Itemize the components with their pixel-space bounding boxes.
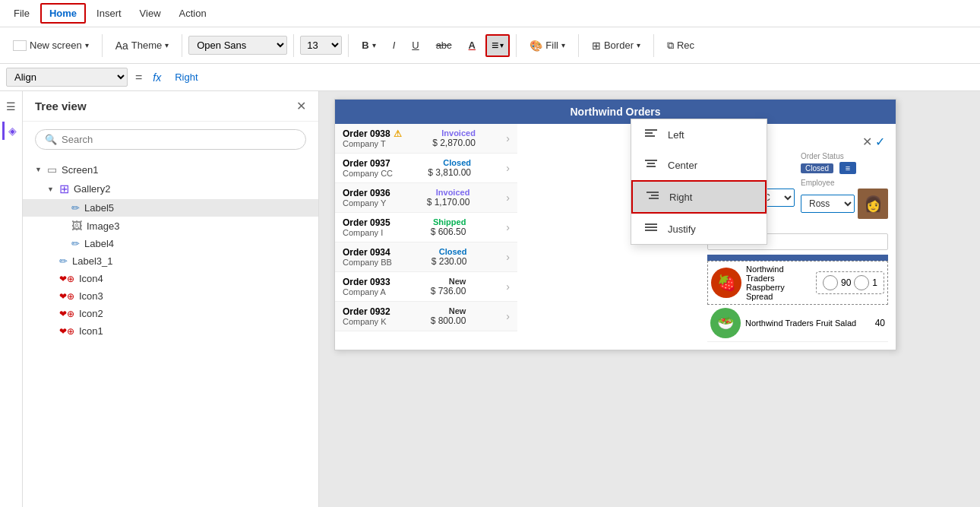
product-qty-2: 40 — [875, 318, 885, 328]
order-row-0936[interactable]: Order 0936 Company Y Invoiced $ 1,170.00… — [335, 183, 517, 213]
confirm-button[interactable]: ✓ — [875, 135, 885, 149]
align-option-justify[interactable]: Justify — [631, 214, 767, 244]
menu-insert[interactable]: Insert — [89, 5, 129, 22]
icon3-icon: ❤⊕ — [59, 291, 74, 302]
order-0935-company: Company I — [343, 228, 390, 237]
fill-icon: 🎨 — [530, 40, 542, 52]
gallery2-label: Gallery2 — [74, 183, 110, 195]
cancel-button[interactable]: ✕ — [862, 135, 872, 149]
align-right-icon — [645, 189, 660, 204]
menu-action[interactable]: Action — [172, 5, 214, 22]
italic-button[interactable]: I — [386, 36, 403, 55]
order-0936-chevron: › — [506, 192, 510, 204]
order-0938-company: Company T — [343, 139, 402, 148]
main-layout: ☰ ◈ Tree view ✕ 🔍 ▼ ▭ Screen1 ▼ ⊞ Galler… — [0, 91, 980, 507]
qty-circle-1b — [854, 275, 869, 290]
product-row-2: 🥗 Northwind Traders Fruit Salad 40 — [707, 305, 888, 342]
order-0934-status: Closed — [432, 247, 467, 256]
order-0933-company: Company A — [343, 287, 390, 296]
tree-item-icon4[interactable]: ❤⊕ Icon4 — [23, 270, 318, 287]
menu-home[interactable]: Home — [40, 3, 86, 24]
underline-button[interactable]: U — [405, 36, 425, 55]
product-thumb-1: 🍓 — [711, 268, 741, 298]
font-select[interactable]: Open Sans — [188, 36, 287, 55]
order-0937-status: Closed — [428, 158, 471, 167]
tree-item-label3-1[interactable]: ✏ Label3_1 — [23, 252, 318, 270]
order-0933-amount: $ 736.00 — [431, 286, 466, 296]
reorder-label: Rec — [677, 40, 694, 51]
reorder-button[interactable]: ⧉ Rec — [660, 36, 701, 55]
toolbar: New screen ▾ Aa Theme ▾ Open Sans 13 B ▾… — [0, 27, 980, 64]
formula-value: Right — [169, 68, 204, 86]
order-0934-chevron: › — [506, 251, 510, 263]
tree-item-image3[interactable]: 🖼 Image3 — [23, 217, 318, 235]
theme-icon: Aa — [115, 40, 128, 52]
order-0938-chevron: › — [506, 132, 510, 144]
tree-item-icon1[interactable]: ❤⊕ Icon1 — [23, 322, 318, 340]
order-0934-amount: $ 230.00 — [432, 256, 467, 267]
fill-button[interactable]: 🎨 Fill ▾ — [523, 36, 572, 55]
sidebar-layers-icon[interactable]: ◈ — [2, 122, 21, 140]
search-input[interactable] — [62, 134, 296, 145]
order-row-0937[interactable]: Order 0937 Company CC Closed $ 3,810.00 … — [335, 154, 517, 183]
order-row-0938[interactable]: Order 0938 ⚠ Company T Invoiced $ 2,870.… — [335, 124, 517, 154]
separator-6 — [578, 34, 579, 57]
app-title: Northwind Orders — [335, 100, 896, 124]
label3-icon: ✏ — [59, 255, 68, 267]
icon2-icon: ❤⊕ — [59, 309, 74, 319]
align-left-icon — [643, 127, 659, 142]
separator-3 — [293, 34, 294, 57]
order-0936-status: Invoiced — [427, 188, 470, 197]
order-0935-amount: $ 606.50 — [431, 227, 466, 237]
align-button[interactable]: ≡ ▾ — [485, 34, 510, 57]
formula-fx-button[interactable]: fx — [150, 71, 164, 84]
product-qty-1b: 1 — [872, 277, 877, 288]
menu-file[interactable]: File — [6, 5, 37, 22]
italic-icon: I — [393, 40, 396, 51]
order-row-0933[interactable]: Order 0933 Company A New $ 736.00 › — [335, 272, 517, 302]
icon1-label: Icon1 — [79, 325, 103, 337]
font-color-button[interactable]: A — [462, 36, 482, 55]
new-screen-chevron: ▾ — [85, 41, 89, 49]
product-name-1: Northwind Traders Raspberry Spread — [746, 265, 811, 301]
formula-property-select[interactable]: Align — [6, 68, 128, 87]
order-row-0935[interactable]: Order 0935 Company I Shipped $ 606.50 › — [335, 213, 517, 242]
order-0932-amount: $ 800.00 — [431, 315, 466, 326]
order-0932-chevron: › — [506, 310, 510, 322]
tree-close-button[interactable]: ✕ — [296, 99, 306, 113]
sidebar-menu-icon[interactable]: ☰ — [2, 97, 21, 116]
tree-item-icon2[interactable]: ❤⊕ Icon2 — [23, 305, 318, 322]
edit-status-button[interactable]: ≡ — [839, 162, 856, 174]
label5-icon: ✏ — [71, 202, 80, 214]
fill-label: Fill — [545, 40, 558, 51]
align-option-right[interactable]: Right — [631, 180, 767, 214]
strikethrough-button[interactable]: abc — [429, 36, 459, 55]
warning-icon-0938: ⚠ — [394, 128, 402, 139]
size-select[interactable]: 13 — [300, 36, 342, 55]
menu-view[interactable]: View — [132, 5, 169, 22]
label4-label: Label4 — [84, 238, 114, 249]
left-sidebar: ☰ ◈ — [0, 91, 23, 507]
align-option-center[interactable]: Center — [631, 150, 767, 180]
theme-button[interactable]: Aa Theme ▾ — [109, 36, 176, 55]
tree-item-label4[interactable]: ✏ Label4 — [23, 235, 318, 252]
align-option-left[interactable]: Left — [631, 119, 767, 150]
order-0937-amount: $ 3,810.00 — [428, 167, 471, 178]
tree-item-gallery2[interactable]: ▼ ⊞ Gallery2 — [23, 179, 318, 199]
tree-search-container: 🔍 — [35, 129, 306, 150]
order-row-0934[interactable]: Order 0934 Company BB Closed $ 230.00 › — [335, 242, 517, 272]
border-chevron: ▾ — [637, 41, 640, 49]
border-button[interactable]: ⊞ Border ▾ — [585, 36, 647, 55]
order-0936-company: Company Y — [343, 198, 390, 208]
order-0934-company: Company BB — [343, 258, 392, 267]
bold-chevron: ▾ — [372, 41, 376, 49]
employee-select[interactable]: Ross — [801, 195, 855, 213]
tree-item-icon3[interactable]: ❤⊕ Icon3 — [23, 287, 318, 305]
bold-button[interactable]: B ▾ — [355, 36, 382, 55]
tree-item-screen1[interactable]: ▼ ▭ Screen1 — [23, 160, 318, 179]
new-screen-button[interactable]: New screen ▾ — [6, 36, 96, 55]
reorder-icon: ⧉ — [667, 40, 674, 52]
order-0934-num: Order 0934 — [343, 247, 390, 258]
tree-item-label5[interactable]: ✏ Label5 — [23, 199, 318, 217]
order-row-0932[interactable]: Order 0932 Company K New $ 800.00 › — [335, 302, 517, 331]
